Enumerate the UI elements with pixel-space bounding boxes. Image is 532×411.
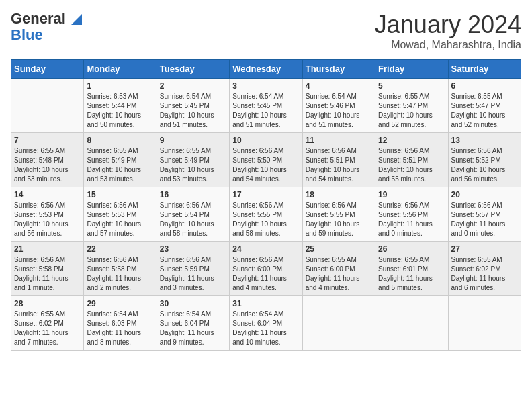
- day-number: 27: [451, 244, 518, 254]
- calendar-header-day: Saturday: [448, 60, 521, 79]
- day-info: Sunrise: 6:56 AM Sunset: 5:57 PM Dayligh…: [451, 201, 518, 238]
- day-number: 1: [87, 81, 153, 91]
- calendar-cell: 17Sunrise: 6:56 AM Sunset: 5:55 PM Dayli…: [230, 187, 302, 242]
- day-info: Sunrise: 6:56 AM Sunset: 5:58 PM Dayligh…: [87, 255, 153, 293]
- calendar-week-row: 1Sunrise: 6:53 AM Sunset: 5:44 PM Daylig…: [11, 79, 521, 133]
- day-number: 15: [87, 190, 153, 199]
- day-info: Sunrise: 6:55 AM Sunset: 5:49 PM Dayligh…: [160, 146, 226, 184]
- day-number: 25: [306, 244, 372, 254]
- day-info: Sunrise: 6:54 AM Sunset: 5:45 PM Dayligh…: [232, 92, 299, 130]
- day-info: Sunrise: 6:56 AM Sunset: 5:55 PM Dayligh…: [232, 201, 299, 238]
- day-info: Sunrise: 6:56 AM Sunset: 5:53 PM Dayligh…: [87, 201, 153, 238]
- calendar-cell: 19Sunrise: 6:56 AM Sunset: 5:56 PM Dayli…: [375, 187, 448, 242]
- calendar-cell: [448, 296, 521, 351]
- day-number: 5: [378, 81, 445, 91]
- day-number: 3: [232, 81, 299, 91]
- calendar-cell: 5Sunrise: 6:55 AM Sunset: 5:47 PM Daylig…: [375, 79, 448, 133]
- subtitle: Mowad, Maharashtra, India: [375, 39, 521, 51]
- day-info: Sunrise: 6:55 AM Sunset: 5:49 PM Dayligh…: [87, 146, 153, 184]
- calendar-cell: 26Sunrise: 6:55 AM Sunset: 6:01 PM Dayli…: [375, 242, 448, 296]
- day-number: 10: [232, 136, 299, 145]
- day-number: 20: [451, 190, 518, 199]
- calendar-cell: 29Sunrise: 6:54 AM Sunset: 6:03 PM Dayli…: [84, 296, 157, 351]
- calendar-cell: 25Sunrise: 6:55 AM Sunset: 6:00 PM Dayli…: [302, 242, 375, 296]
- title-area: January 2024 Mowad, Maharashtra, India: [375, 11, 521, 51]
- day-info: Sunrise: 6:56 AM Sunset: 5:59 PM Dayligh…: [160, 255, 226, 293]
- day-info: Sunrise: 6:55 AM Sunset: 5:47 PM Dayligh…: [451, 92, 518, 130]
- day-number: 17: [232, 190, 299, 199]
- logo-triangle-icon: [71, 14, 82, 25]
- day-number: 9: [160, 136, 226, 145]
- day-info: Sunrise: 6:54 AM Sunset: 6:04 PM Dayligh…: [160, 310, 226, 347]
- calendar-header-day: Sunday: [11, 60, 84, 79]
- day-info: Sunrise: 6:56 AM Sunset: 5:55 PM Dayligh…: [306, 201, 372, 238]
- calendar-week-row: 14Sunrise: 6:56 AM Sunset: 5:53 PM Dayli…: [11, 187, 521, 242]
- day-number: 21: [14, 244, 81, 254]
- day-info: Sunrise: 6:56 AM Sunset: 5:52 PM Dayligh…: [451, 146, 518, 184]
- calendar-cell: 27Sunrise: 6:55 AM Sunset: 6:02 PM Dayli…: [448, 242, 521, 296]
- calendar-header-day: Monday: [84, 60, 157, 79]
- calendar-cell: 11Sunrise: 6:56 AM Sunset: 5:51 PM Dayli…: [302, 133, 375, 187]
- calendar-cell: 10Sunrise: 6:56 AM Sunset: 5:50 PM Dayli…: [230, 133, 302, 187]
- logo-line2: Blue: [11, 27, 43, 43]
- calendar-table: SundayMondayTuesdayWednesdayThursdayFrid…: [11, 59, 521, 351]
- calendar-cell: 16Sunrise: 6:56 AM Sunset: 5:54 PM Dayli…: [157, 187, 229, 242]
- calendar-cell: [302, 296, 375, 351]
- day-info: Sunrise: 6:56 AM Sunset: 5:56 PM Dayligh…: [378, 201, 445, 238]
- day-info: Sunrise: 6:56 AM Sunset: 5:51 PM Dayligh…: [306, 146, 372, 184]
- day-number: 7: [14, 136, 81, 145]
- day-number: 12: [378, 136, 445, 145]
- calendar-week-row: 21Sunrise: 6:56 AM Sunset: 5:58 PM Dayli…: [11, 242, 521, 296]
- calendar-cell: 2Sunrise: 6:54 AM Sunset: 5:45 PM Daylig…: [157, 79, 229, 133]
- logo-line1: General: [11, 10, 66, 27]
- day-number: 18: [306, 190, 372, 199]
- main-title: January 2024: [375, 11, 521, 39]
- calendar-cell: 12Sunrise: 6:56 AM Sunset: 5:51 PM Dayli…: [375, 133, 448, 187]
- day-number: 4: [306, 81, 372, 91]
- day-info: Sunrise: 6:54 AM Sunset: 6:04 PM Dayligh…: [232, 310, 299, 347]
- day-number: 16: [160, 190, 226, 199]
- calendar-cell: 31Sunrise: 6:54 AM Sunset: 6:04 PM Dayli…: [230, 296, 302, 351]
- calendar-header-day: Thursday: [302, 60, 375, 79]
- day-info: Sunrise: 6:54 AM Sunset: 5:45 PM Dayligh…: [160, 92, 226, 130]
- day-number: 26: [378, 244, 445, 254]
- calendar-cell: 14Sunrise: 6:56 AM Sunset: 5:53 PM Dayli…: [11, 187, 84, 242]
- calendar-header-day: Tuesday: [157, 60, 229, 79]
- calendar-header-day: Wednesday: [230, 60, 302, 79]
- day-number: 22: [87, 244, 153, 254]
- calendar-cell: 9Sunrise: 6:55 AM Sunset: 5:49 PM Daylig…: [157, 133, 229, 187]
- day-info: Sunrise: 6:56 AM Sunset: 5:58 PM Dayligh…: [14, 255, 81, 293]
- day-info: Sunrise: 6:55 AM Sunset: 5:48 PM Dayligh…: [14, 146, 81, 184]
- day-number: 28: [14, 299, 81, 308]
- calendar-cell: 23Sunrise: 6:56 AM Sunset: 5:59 PM Dayli…: [157, 242, 229, 296]
- day-number: 19: [378, 190, 445, 199]
- calendar-cell: 22Sunrise: 6:56 AM Sunset: 5:58 PM Dayli…: [84, 242, 157, 296]
- calendar-week-row: 28Sunrise: 6:55 AM Sunset: 6:02 PM Dayli…: [11, 296, 521, 351]
- page-header: General Blue January 2024 Mowad, Maharas…: [11, 11, 521, 51]
- calendar-cell: 18Sunrise: 6:56 AM Sunset: 5:55 PM Dayli…: [302, 187, 375, 242]
- day-info: Sunrise: 6:53 AM Sunset: 5:44 PM Dayligh…: [87, 92, 153, 130]
- day-number: 24: [232, 244, 299, 254]
- day-number: 6: [451, 81, 518, 91]
- day-number: 11: [306, 136, 372, 145]
- day-info: Sunrise: 6:56 AM Sunset: 6:00 PM Dayligh…: [232, 255, 299, 293]
- svg-marker-0: [71, 14, 82, 25]
- day-number: 23: [160, 244, 226, 254]
- calendar-cell: 30Sunrise: 6:54 AM Sunset: 6:04 PM Dayli…: [157, 296, 229, 351]
- calendar-cell: 4Sunrise: 6:54 AM Sunset: 5:46 PM Daylig…: [302, 79, 375, 133]
- day-number: 14: [14, 190, 81, 199]
- calendar-cell: 24Sunrise: 6:56 AM Sunset: 6:00 PM Dayli…: [230, 242, 302, 296]
- calendar-header-row: SundayMondayTuesdayWednesdayThursdayFrid…: [11, 60, 521, 79]
- calendar-cell: 21Sunrise: 6:56 AM Sunset: 5:58 PM Dayli…: [11, 242, 84, 296]
- calendar-cell: 7Sunrise: 6:55 AM Sunset: 5:48 PM Daylig…: [11, 133, 84, 187]
- calendar-cell: 8Sunrise: 6:55 AM Sunset: 5:49 PM Daylig…: [84, 133, 157, 187]
- day-info: Sunrise: 6:56 AM Sunset: 5:50 PM Dayligh…: [232, 146, 299, 184]
- day-info: Sunrise: 6:56 AM Sunset: 5:53 PM Dayligh…: [14, 201, 81, 238]
- calendar-cell: 15Sunrise: 6:56 AM Sunset: 5:53 PM Dayli…: [84, 187, 157, 242]
- day-info: Sunrise: 6:55 AM Sunset: 6:00 PM Dayligh…: [306, 255, 372, 293]
- calendar-week-row: 7Sunrise: 6:55 AM Sunset: 5:48 PM Daylig…: [11, 133, 521, 187]
- calendar-cell: 1Sunrise: 6:53 AM Sunset: 5:44 PM Daylig…: [84, 79, 157, 133]
- day-info: Sunrise: 6:55 AM Sunset: 6:02 PM Dayligh…: [14, 310, 81, 347]
- calendar-cell: 13Sunrise: 6:56 AM Sunset: 5:52 PM Dayli…: [448, 133, 521, 187]
- day-number: 8: [87, 136, 153, 145]
